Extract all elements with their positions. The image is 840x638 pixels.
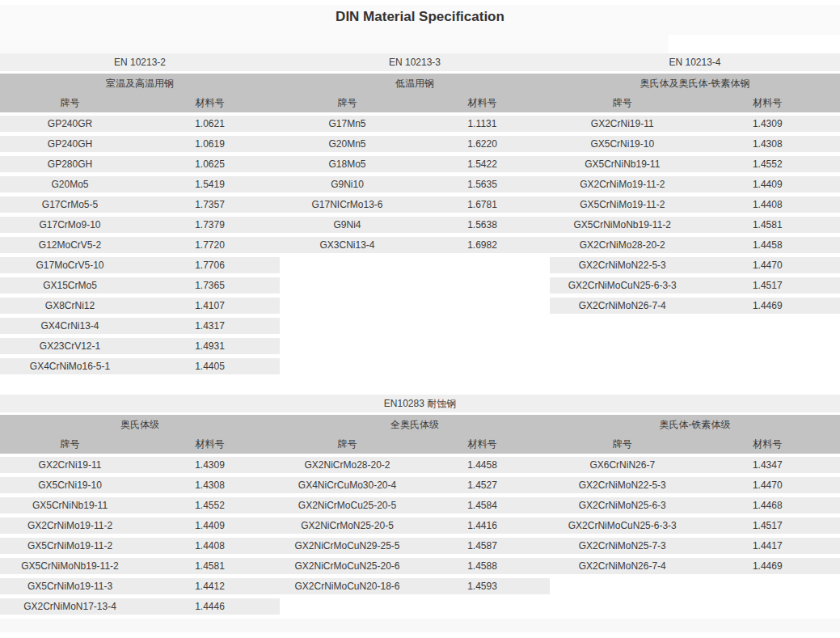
grade-cell: GX5CrNiMo19-11-3 [0,578,140,594]
table-row: GX2NiCrMoCuN25-20-61.4588 [280,558,550,574]
section-column-headers: 牌号 材料号 [0,434,280,454]
grade-cell: G18Mo5 [280,156,415,172]
table-row: G17Mn51.1131 [280,116,550,132]
table-row: GX2NiCrMoCuN29-25-51.4587 [280,538,550,554]
table-body: GX2CrNi19-111.4309GX5CrNi19-101.4308GX5C… [0,457,840,619]
table-row: GX2CrNiMoN25-6-31.4468 [550,497,840,513]
column-header-grade: 牌号 [280,434,415,454]
table-row: GX2NiCrMo28-20-21.4458 [280,457,550,473]
grade-cell: GX2NiCrMoCuN25-20-6 [280,558,415,574]
grade-cell: GX5CrNiMo19-11-2 [0,538,140,554]
page-header: DIN Material Specification [0,0,840,53]
section-rows: GX2NiCrMo28-20-21.4458GX4NiCrCuMo30-20-4… [280,457,550,598]
table-row: GP240GH1.0619 [0,136,280,152]
grade-cell: G12MoCrV5-2 [0,237,140,253]
grade-cell: GX2CrNiMoN17-13-4 [0,598,140,615]
material-number-cell: 1.4409 [140,518,280,534]
section-column-headers: 牌号 材料号 [280,93,550,112]
material-number-cell: 1.5419 [140,176,280,192]
material-number-cell: 1.1131 [415,116,550,132]
material-number-cell: 1.4588 [415,558,550,574]
standard-label: EN 10213-4 [550,53,840,71]
column-headers-row: 牌号 材料号 牌号 材料号 牌号 材料号 [0,434,840,454]
material-number-cell: 1.7357 [140,196,280,213]
grade-cell: G9Ni4 [280,217,415,233]
material-number-cell: 1.4587 [415,538,550,554]
section-rows: GX6CrNiN26-71.4347GX2CrNiMoN22-5-31.4470… [550,457,840,578]
standards-row: EN 10213-2 EN 10213-3 EN 10213-4 [0,53,840,71]
table-row: G20Mo51.5419 [0,176,280,192]
standard-label: EN10283 耐蚀钢 [0,395,840,412]
material-number-cell: 1.4552 [695,156,840,172]
table-row: GX2NiCrMoN25-20-51.4416 [280,518,550,534]
table-row: G20Mn51.6220 [280,136,550,152]
table-row: GX2CrNiMoN22-5-31.4470 [550,257,840,273]
grade-cell: GX3CNi13-4 [280,237,415,253]
material-number-cell: 1.4458 [415,457,550,473]
material-number-cell: 1.7379 [140,217,280,233]
section-rows: GX2CrNi19-111.4309GX5CrNi19-101.4308GX5C… [550,116,840,318]
table-row: GX5CrNiNb19-111.4552 [0,497,280,513]
table-row: GX5CrNiMo19-11-21.4408 [550,196,840,213]
table-row: GX2CrNi19-111.4309 [550,116,840,132]
table-en10283: EN10283 耐蚀钢 奥氏体级 全奥氏体级 奥氏体-铁素体级 牌号 材料号 牌… [0,395,840,619]
table-row: GX4CrNi13-41.4317 [0,318,280,334]
grade-cell: G9Ni10 [280,176,415,192]
material-number-cell: 1.4416 [415,518,550,534]
material-number-cell: 1.6982 [415,237,550,253]
grade-cell: GX5CrNi19-10 [0,477,140,493]
material-number-cell: 1.4458 [695,237,840,253]
standard-label: EN 10213-3 [280,53,550,71]
material-number-cell: 1.4446 [140,598,280,615]
material-number-cell: 1.4470 [695,477,840,493]
grade-cell: G17Mn5 [280,116,415,132]
material-number-cell: 1.7706 [140,257,280,273]
column-header-grade: 牌号 [550,93,695,112]
grade-cell: GX23CrV12-1 [0,338,140,354]
table-row: GP240GR1.0621 [0,116,280,132]
material-number-cell: 1.4408 [695,196,840,213]
table-row: GX2CrNiMoN25-7-31.4417 [550,538,840,554]
material-number-cell: 1.4409 [695,176,840,192]
categories-row: 室温及高温用钢 低温用钢 奥氏体及奥氏体-铁素体钢 [0,74,840,93]
material-number-cell: 1.4412 [140,578,280,594]
grade-cell: GX8CrNi12 [0,298,140,314]
grade-cell: GX2CrNi19-11 [0,457,140,473]
table-row: GX5CrNiMo19-11-21.4408 [0,538,280,554]
din-material-page: DIN Material Specification EN 10213-2 EN… [0,0,840,638]
table-row: G17NICrMo13-61.6781 [280,196,550,213]
table-row: GX23CrV12-11.4931 [0,338,280,354]
material-number-cell: 1.4107 [140,298,280,314]
table-row: GX6CrNiN26-71.4347 [550,457,840,473]
grade-cell: GP280GH [0,156,140,172]
table-body: GP240GR1.0621GP240GH1.0619GP280GH1.0625G… [0,116,840,378]
table-row: GX5CrNi19-101.4308 [550,136,840,152]
grade-cell: GX5CrNiMoNb19-11-2 [550,217,695,233]
table-row: GX2NiCrMoCu25-20-51.4584 [280,497,550,513]
section-column-headers: 牌号 材料号 [0,93,280,112]
grade-cell: G20Mn5 [280,136,415,152]
table-row: GX2CrNiMoN26-7-41.4469 [550,558,840,574]
grade-cell: G17CrMo9-10 [0,217,140,233]
table-row: GX2CrNiMo19-11-21.4409 [550,176,840,192]
material-number-cell: 1.4581 [695,217,840,233]
grade-cell: G20Mo5 [0,176,140,192]
category-label: 奥氏体及奥氏体-铁素体钢 [550,74,840,93]
table-row: GX2CrNiMoN17-13-41.4446 [0,598,280,615]
table-row: GX5CrNiMoNb19-11-21.4581 [0,558,280,574]
material-number-cell: 1.4517 [695,518,840,534]
section-rows: GP240GR1.0621GP240GH1.0619GP280GH1.0625G… [0,116,280,378]
section-column-headers: 牌号 材料号 [550,434,840,454]
table-row: G17MoCrV5-101.7706 [0,257,280,273]
material-number-cell: 1.4309 [695,116,840,132]
material-number-cell: 1.6781 [415,196,550,213]
table-row: GX2CrNiMoCuN25-6-3-31.4517 [550,277,840,294]
table-row: GX2CrNiMo19-11-21.4409 [0,518,280,534]
material-number-cell: 1.0619 [140,136,280,152]
table-row: G17CrMo9-101.7379 [0,217,280,233]
material-number-cell: 1.4581 [140,558,280,574]
material-number-cell: 1.4931 [140,338,280,354]
section-column-headers: 牌号 材料号 [280,434,550,454]
column-header-material-number: 材料号 [140,93,280,112]
grade-cell: GX2CrNiMo28-20-2 [550,237,695,253]
